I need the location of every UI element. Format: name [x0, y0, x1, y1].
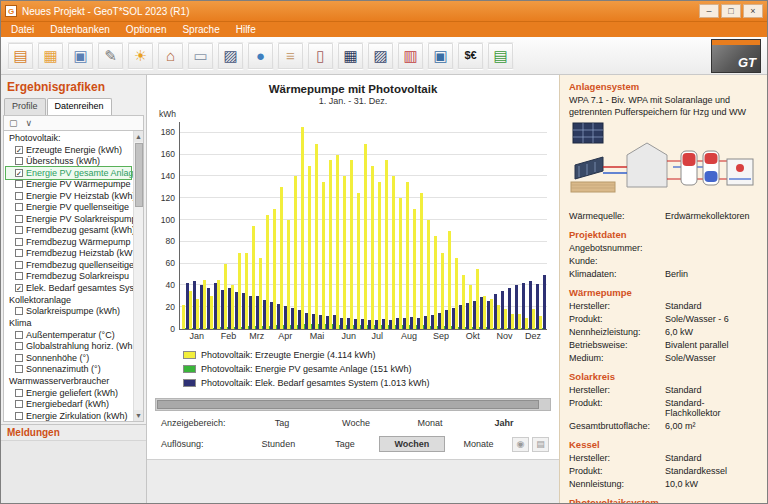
currency-icon[interactable]: $€ [457, 42, 484, 70]
tab-datenreihen[interactable]: Datenreihen [47, 98, 112, 115]
tree-item[interactable]: Energie geliefert (kWh) [6, 387, 131, 399]
tree-item[interactable]: Fremdbezug Wärmepump [6, 236, 131, 248]
bar-group [420, 122, 427, 329]
tab-profile[interactable]: Profile [4, 98, 46, 115]
aufloesung-option-wochen[interactable]: Wochen [379, 436, 446, 452]
building-icon[interactable]: ⌂ [157, 42, 184, 70]
new-project-icon[interactable]: ▤ [7, 42, 34, 70]
solar-collector-icon[interactable]: ▨ [217, 42, 244, 70]
anzeigebereich-option-tag[interactable]: Tag [245, 415, 319, 431]
report-icon[interactable]: ▤ [487, 42, 514, 70]
collector-array-icon[interactable]: ≡ [277, 42, 304, 70]
tree-item[interactable]: Energie Zirkulation (kWh) [6, 410, 131, 422]
tree-item[interactable]: Energie PV Wärmepumpe ( [6, 179, 131, 191]
edit-project-icon[interactable]: ✎ [97, 42, 124, 70]
pv-module-icon[interactable]: ▦ [337, 42, 364, 70]
aufloesung-option-tage[interactable]: Tage [312, 436, 379, 452]
checkbox[interactable]: ✓ [15, 146, 23, 154]
anzeigebereich-option-woche[interactable]: Woche [319, 415, 393, 431]
checkbox[interactable] [15, 307, 23, 315]
checkbox[interactable]: ✓ [15, 284, 23, 292]
globe-icon[interactable]: ● [247, 42, 274, 70]
tree-item[interactable]: Solarkreispumpe (kWh) [6, 306, 131, 318]
heat-pump-icon[interactable]: ▭ [187, 42, 214, 70]
tree-item[interactable]: Sonnenazimuth (°) [6, 364, 131, 376]
menu-item-optionen[interactable]: Optionen [118, 23, 175, 36]
copy-icon[interactable]: ▤ [532, 437, 549, 452]
anzeigebereich-option-jahr[interactable]: Jahr [467, 415, 541, 431]
snapshot-icon[interactable]: ◉ [512, 437, 529, 452]
checkbox[interactable] [15, 365, 23, 373]
aufloesung-option-monate[interactable]: Monate [445, 436, 512, 452]
storage-tank-icon[interactable]: ▯ [307, 42, 334, 70]
tree-item[interactable]: Überschuss (kWh) [6, 156, 131, 168]
checkbox[interactable] [15, 226, 23, 234]
select-all-checkbox-icon[interactable]: ▢ [9, 118, 18, 128]
calculator-icon[interactable]: ▣ [427, 42, 454, 70]
messages-panel-header[interactable]: Meldungen [1, 424, 146, 441]
tree-item[interactable]: Fremdbezug quellenseitige [6, 259, 131, 271]
tree-item[interactable]: ✓Energie PV gesamte Anlag [6, 167, 131, 179]
checkbox[interactable] [15, 389, 23, 397]
menu-item-datei[interactable]: Datei [3, 23, 42, 36]
checkbox[interactable] [15, 354, 23, 362]
scroll-down-icon[interactable]: ▼ [134, 410, 143, 421]
system-schematic [569, 121, 758, 207]
scroll-up-icon[interactable]: ▲ [134, 131, 143, 142]
checkbox[interactable] [15, 261, 23, 269]
checkbox[interactable] [15, 203, 23, 211]
bar-series [182, 122, 545, 329]
minimize-button[interactable]: – [699, 4, 719, 18]
tree-item[interactable]: Energie PV Solarkreispump [6, 213, 131, 225]
tree-item[interactable]: ✓Elek. Bedarf gesamtes Syst [6, 282, 131, 294]
expand-all-icon[interactable]: ∨ [26, 118, 33, 128]
bar [294, 176, 297, 329]
checkbox[interactable] [15, 331, 23, 339]
chart-scroll-thumb[interactable] [157, 400, 539, 409]
tree-item[interactable]: ✓Erzeugte Energie (kWh) [6, 144, 131, 156]
menu-item-sprache[interactable]: Sprache [174, 23, 227, 36]
tree-scroll-thumb[interactable] [135, 143, 143, 207]
anzeigebereich-option-monat[interactable]: Monat [393, 415, 467, 431]
results-chart-icon[interactable]: ▥ [397, 42, 424, 70]
checkbox[interactable]: ✓ [15, 169, 23, 177]
checkbox[interactable] [15, 400, 23, 408]
tree-item[interactable]: Energiebedarf (kWh) [6, 399, 131, 411]
menu-item-hilfe[interactable]: Hilfe [228, 23, 264, 36]
tree-item[interactable]: Fremdbezug gesamt (kWh) [6, 225, 131, 237]
climate-data-icon[interactable]: ☀ [127, 42, 154, 70]
tree-scrollbar[interactable]: ▲ ▼ [133, 131, 143, 421]
tree-group[interactable]: Photovoltaik: [6, 132, 131, 144]
aufloesung-option-stunden[interactable]: Stunden [245, 436, 312, 452]
bar-group [392, 122, 399, 329]
checkbox[interactable] [15, 412, 23, 420]
tree-item[interactable]: Fremdbezug Solarkreispu [6, 271, 131, 283]
pv-system-icon[interactable]: ▨ [367, 42, 394, 70]
y-tick-label: 60 [166, 258, 175, 268]
tree-item[interactable]: Außentemperatur (°C) [6, 329, 131, 341]
bar-group [287, 122, 294, 329]
menu-item-datenbanken[interactable]: Datenbanken [42, 23, 118, 36]
checkbox[interactable] [15, 192, 23, 200]
tree-group[interactable]: Kollektoranlage [6, 294, 131, 306]
checkbox[interactable] [15, 238, 23, 246]
tree-item[interactable]: Energie PV quellenseitige [6, 202, 131, 214]
checkbox[interactable] [15, 180, 23, 188]
checkbox[interactable] [15, 157, 23, 165]
tree-item[interactable]: Energie PV Heizstab (kWh) [6, 190, 131, 202]
maximize-button[interactable]: □ [721, 4, 741, 18]
checkbox[interactable] [15, 342, 23, 350]
checkbox[interactable] [15, 272, 23, 280]
tree-item[interactable]: Fremdbezug Heizstab (kW [6, 248, 131, 260]
open-project-icon[interactable]: ▦ [37, 42, 64, 70]
chart-scrollbar[interactable] [155, 398, 551, 411]
tree-item[interactable]: Globalstrahlung horiz. (Wh [6, 341, 131, 353]
close-button[interactable]: × [743, 4, 763, 18]
checkbox[interactable] [15, 215, 23, 223]
tree-group[interactable]: Warmwasserverbraucher [6, 375, 131, 387]
tree-group[interactable]: Klima [6, 317, 131, 329]
checkbox[interactable] [15, 249, 23, 257]
save-project-icon[interactable]: ▣ [67, 42, 94, 70]
tree-item[interactable]: Sonnenhöhe (°) [6, 352, 131, 364]
tree-item[interactable]: Kaltwasser (°C) [6, 422, 131, 423]
